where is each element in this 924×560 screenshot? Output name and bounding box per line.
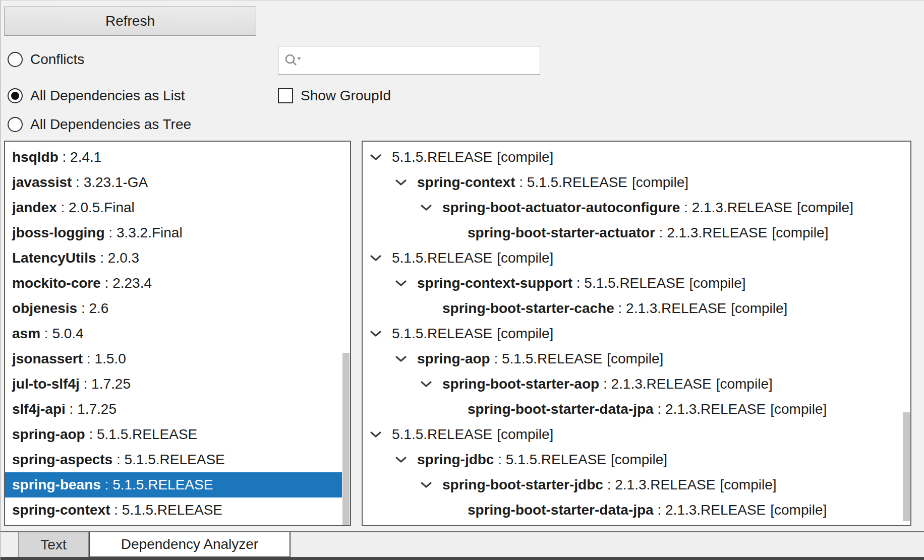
show-groupid-label: Show GroupId (301, 88, 391, 104)
radio-all-dependencies-as-tree[interactable]: All Dependencies as Tree (8, 111, 191, 138)
vertical-scrollbar[interactable] (342, 142, 350, 525)
tree-item[interactable]: spring-jdbc : 5.1.5.RELEASE[compile] (363, 447, 910, 472)
dependency-name: spring-boot-starter-jdbc (442, 477, 603, 493)
tree-item[interactable]: spring-boot-starter-data-jpa : 2.1.3.REL… (363, 397, 910, 422)
dependency-scope: [compile] (632, 174, 688, 191)
dependency-name: mockito-core (12, 275, 101, 291)
tree-item[interactable]: spring-boot-starter-cache : 2.1.3.RELEAS… (363, 296, 910, 321)
separator: : (494, 452, 505, 468)
list-item[interactable]: javassist : 3.23.1-GA (5, 170, 342, 195)
list-item[interactable]: spring-context : 5.1.5.RELEASE (5, 497, 342, 523)
chevron-down-icon[interactable] (420, 380, 442, 388)
radio-conflicts[interactable]: Conflicts (8, 46, 84, 73)
tree-item[interactable]: spring-context : 5.1.5.RELEASE[compile] (363, 170, 910, 195)
chevron-down-icon[interactable] (420, 204, 442, 212)
search-field[interactable] (278, 46, 540, 75)
dependency-version: 2.1.3.RELEASE (665, 502, 766, 518)
scrollbar-thumb[interactable] (342, 353, 350, 525)
dependency-scope: [compile] (731, 300, 787, 317)
dependency-scope: [compile] (770, 502, 827, 518)
list-item[interactable]: objenesis : 2.6 (5, 296, 342, 321)
dependency-version: 5.1.5.RELEASE (527, 174, 627, 191)
dependency-tree-panel: 5.1.5.RELEASE[compile] spring-context : … (362, 141, 911, 526)
dependency-scope: [compile] (770, 401, 827, 417)
list-item[interactable]: spring-aspects : 5.1.5.RELEASE (5, 447, 342, 472)
chevron-down-icon[interactable] (370, 153, 392, 161)
separator: : (85, 426, 97, 442)
dependency-version: 5.1.5.RELEASE (125, 452, 225, 467)
tab-label: Text (40, 537, 66, 553)
list-item[interactable]: spring-aop : 5.1.5.RELEASE (5, 422, 342, 447)
dependency-scope: [compile] (497, 326, 553, 342)
dependency-version: 1.5.0 (94, 351, 126, 366)
separator: : (57, 200, 69, 215)
tree-item[interactable]: spring-boot-actuator-autoconfigure : 2.1… (363, 195, 910, 220)
tree-item[interactable]: spring-context-support : 5.1.5.RELEASE[c… (363, 271, 910, 296)
separator: : (614, 300, 626, 317)
dependency-name: jsonassert (12, 351, 83, 366)
separator: : (110, 502, 122, 518)
dependency-name: javassist (12, 174, 72, 190)
chevron-down-icon[interactable] (395, 355, 417, 363)
separator: : (680, 200, 691, 216)
dependency-name: spring-context (417, 174, 515, 191)
search-icon[interactable] (283, 52, 303, 69)
list-item[interactable]: LatencyUtils : 2.0.3 (5, 245, 342, 271)
separator: : (603, 477, 615, 493)
dependency-scope: [compile] (716, 376, 773, 392)
separator: : (80, 376, 91, 392)
tree-item[interactable]: 5.1.5.RELEASE[compile] (363, 145, 910, 170)
separator: : (599, 376, 611, 392)
tree-item[interactable]: spring-boot-starter-data-jpa : 2.1.3.REL… (363, 497, 910, 523)
show-groupid-checkbox[interactable]: Show GroupId (278, 82, 391, 109)
dependency-version: 5.1.5.RELEASE (112, 477, 213, 492)
list-item[interactable]: slf4j-api : 1.7.25 (5, 397, 342, 422)
separator: : (105, 225, 117, 240)
list-item-selected[interactable]: spring-beans : 5.1.5.RELEASE (5, 472, 342, 497)
dependency-scope: [compile] (772, 225, 828, 241)
radio-conflicts-label: Conflicts (30, 51, 84, 68)
chevron-down-icon[interactable] (420, 481, 442, 489)
list-item[interactable]: mockito-core : 2.23.4 (5, 271, 342, 296)
tree-item[interactable]: 5.1.5.RELEASE[compile] (363, 321, 910, 346)
dependency-name: spring-aspects (12, 452, 112, 467)
chevron-down-icon[interactable] (395, 279, 417, 287)
tab-dependency-analyzer[interactable]: Dependency Analyzer (89, 532, 291, 557)
chevron-down-icon[interactable] (370, 330, 392, 338)
list-item[interactable]: hsqldb : 2.4.1 (5, 145, 342, 170)
tree-item[interactable]: 5.1.5.RELEASE[compile] (363, 422, 910, 447)
dependency-version: 2.0.3 (108, 250, 139, 266)
dependency-scope: [compile] (689, 275, 746, 291)
radio-all-dependencies-as-list[interactable]: All Dependencies as List (8, 82, 185, 109)
dependency-version: 3.3.2.Final (117, 225, 183, 240)
tree-item[interactable]: spring-boot-starter-actuator : 2.1.3.REL… (363, 220, 910, 245)
tree-item[interactable]: spring-boot-starter-aop : 2.1.3.RELEASE[… (363, 371, 910, 397)
dependency-scope: [compile] (497, 426, 553, 443)
separator: : (112, 452, 124, 467)
tree-item[interactable]: spring-aop : 5.1.5.RELEASE[compile] (363, 346, 910, 371)
dependency-version: 5.1.5.RELEASE (502, 351, 602, 367)
vertical-scrollbar[interactable] (902, 142, 910, 525)
tree-item[interactable]: 5.1.5.RELEASE[compile] (363, 245, 910, 271)
list-item[interactable]: jul-to-slf4j : 1.7.25 (5, 371, 342, 397)
list-item[interactable]: jandex : 2.0.5.Final (5, 195, 342, 220)
refresh-button[interactable]: Refresh (4, 7, 256, 36)
separator: : (101, 275, 112, 291)
chevron-down-icon[interactable] (395, 456, 417, 464)
dependency-version: 5.1.5.RELEASE (584, 275, 684, 291)
list-item[interactable]: asm : 5.0.4 (5, 321, 342, 346)
list-item[interactable]: jsonassert : 1.5.0 (5, 346, 342, 371)
chevron-down-icon[interactable] (395, 178, 417, 186)
search-input[interactable] (306, 52, 535, 68)
radio-unchecked-icon (8, 52, 23, 67)
editor-bottom-tabbar: Text Dependency Analyzer (1, 531, 924, 557)
dependency-scope: [compile] (497, 149, 553, 165)
chevron-down-icon[interactable] (370, 254, 392, 262)
tab-text[interactable]: Text (18, 532, 89, 557)
separator: : (490, 351, 502, 367)
list-item[interactable]: jboss-logging : 3.3.2.Final (5, 220, 342, 245)
dependency-name: jandex (12, 200, 57, 215)
scrollbar-thumb[interactable] (903, 412, 910, 522)
tree-item[interactable]: spring-boot-starter-jdbc : 2.1.3.RELEASE… (363, 472, 910, 497)
chevron-down-icon[interactable] (370, 430, 392, 439)
